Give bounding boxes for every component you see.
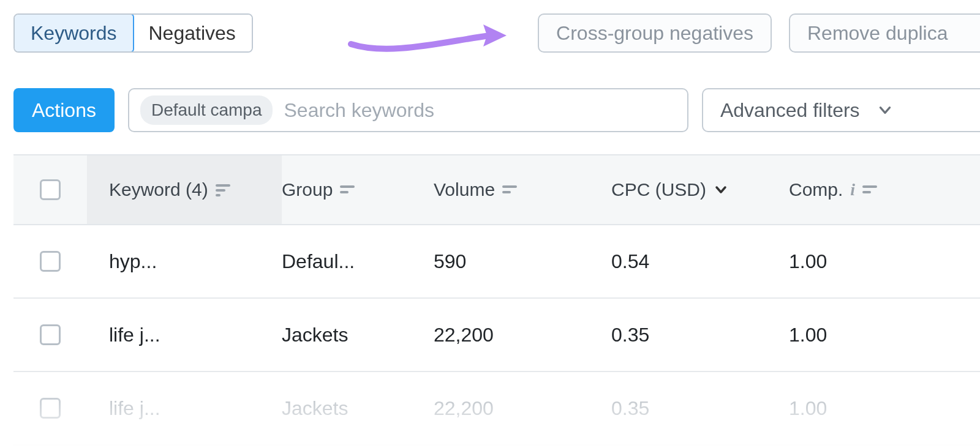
- cell-comp: 1.00: [789, 250, 980, 273]
- svg-rect-4: [340, 185, 355, 188]
- campaign-chip[interactable]: Default campa: [140, 95, 273, 125]
- table-body: hyp... Defaul... 590 0.54 1.00 life j...…: [13, 225, 980, 446]
- actions-button[interactable]: Actions: [13, 88, 115, 132]
- svg-rect-6: [502, 185, 517, 188]
- cross-group-negatives-button[interactable]: Cross-group negatives: [538, 13, 772, 53]
- chevron-down-icon: [714, 182, 728, 197]
- search-input[interactable]: [284, 99, 676, 122]
- remove-duplicates-label: Remove duplica: [807, 22, 948, 45]
- search-box[interactable]: Default campa: [128, 88, 688, 132]
- tab-strip: Keywords Negatives: [13, 13, 253, 53]
- svg-rect-8: [862, 185, 877, 188]
- cell-cpc: 0.35: [611, 397, 789, 420]
- remove-duplicates-button[interactable]: Remove duplica: [789, 13, 980, 53]
- sort-icon: [862, 185, 878, 195]
- col-header-comp-label: Comp.: [789, 179, 843, 200]
- svg-rect-1: [216, 184, 230, 187]
- table-row[interactable]: life j... Jackets 22,200 0.35 1.00: [13, 372, 980, 446]
- sort-icon: [340, 185, 356, 195]
- tab-keywords-label: Keywords: [31, 22, 117, 45]
- col-header-group[interactable]: Group: [282, 179, 434, 200]
- cell-cpc: 0.35: [611, 324, 789, 346]
- annotation-arrow: [346, 12, 514, 56]
- svg-marker-0: [483, 24, 507, 47]
- col-header-cpc-label: CPC (USD): [611, 179, 706, 200]
- cell-keyword: life j...: [87, 372, 282, 444]
- cell-volume: 22,200: [434, 324, 611, 346]
- col-header-group-label: Group: [282, 179, 333, 200]
- svg-rect-9: [862, 191, 871, 193]
- cell-cpc: 0.54: [611, 250, 789, 273]
- svg-rect-5: [340, 191, 349, 193]
- cell-keyword: hyp...: [87, 225, 282, 297]
- table-row[interactable]: hyp... Defaul... 590 0.54 1.00: [13, 225, 980, 299]
- campaign-chip-label: Default campa: [151, 100, 262, 119]
- col-header-volume-label: Volume: [434, 179, 495, 200]
- cell-keyword: life j...: [87, 299, 282, 371]
- select-all-checkbox[interactable]: [40, 179, 61, 200]
- row-checkbox[interactable]: [40, 324, 61, 345]
- cross-group-negatives-label: Cross-group negatives: [556, 22, 753, 45]
- cell-comp: 1.00: [789, 397, 980, 420]
- cell-group: Jackets: [282, 324, 434, 346]
- cell-volume: 590: [434, 250, 611, 273]
- col-header-keyword-label: Keyword (4): [109, 179, 208, 200]
- col-header-keyword[interactable]: Keyword (4): [87, 155, 282, 224]
- tab-keywords[interactable]: Keywords: [13, 13, 134, 53]
- tab-negatives[interactable]: Negatives: [133, 15, 252, 51]
- advanced-filters-button[interactable]: Advanced filters: [702, 88, 980, 132]
- col-header-cpc[interactable]: CPC (USD): [611, 179, 789, 200]
- actions-label: Actions: [32, 99, 96, 122]
- top-right-actions: Cross-group negatives Remove duplica: [538, 13, 980, 53]
- chevron-down-icon: [877, 102, 893, 118]
- cell-comp: 1.00: [789, 324, 980, 346]
- sort-icon: [216, 183, 232, 196]
- table-row[interactable]: life j... Jackets 22,200 0.35 1.00: [13, 299, 980, 372]
- col-header-comp[interactable]: Comp. i: [789, 179, 980, 200]
- info-icon: i: [850, 180, 855, 200]
- row-checkbox[interactable]: [40, 398, 61, 419]
- svg-rect-2: [216, 189, 225, 192]
- svg-rect-7: [502, 191, 511, 193]
- svg-rect-3: [216, 194, 221, 196]
- keywords-table: Keyword (4) Group Volume CPC (USD): [13, 154, 980, 446]
- advanced-filters-label: Advanced filters: [720, 99, 860, 122]
- cell-group: Defaul...: [282, 250, 434, 273]
- cell-volume: 22,200: [434, 397, 611, 420]
- row-checkbox[interactable]: [40, 251, 61, 272]
- sort-icon: [502, 185, 518, 195]
- col-header-volume[interactable]: Volume: [434, 179, 611, 200]
- toolbar-row: Actions Default campa Advanced filters: [13, 88, 980, 132]
- cell-group: Jackets: [282, 397, 434, 420]
- table-header-row: Keyword (4) Group Volume CPC (USD): [13, 154, 980, 225]
- tab-negatives-label: Negatives: [149, 22, 236, 45]
